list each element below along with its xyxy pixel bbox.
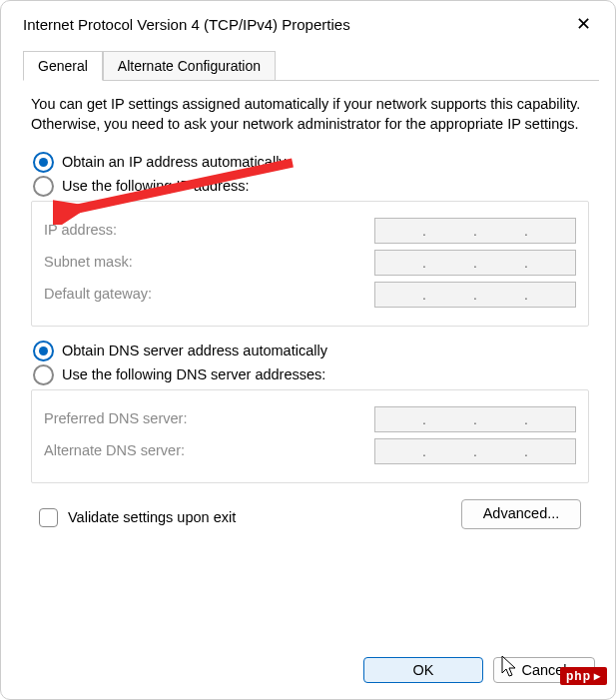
- default-gateway-label: Default gateway:: [44, 285, 374, 305]
- ip-address-label: IP address:: [44, 221, 374, 241]
- tab-alternate-configuration[interactable]: Alternate Configuration: [103, 51, 276, 80]
- subnet-mask-label: Subnet mask:: [44, 253, 374, 273]
- ip-fieldset: IP address: ... Subnet mask: ... Default…: [31, 201, 589, 327]
- validate-checkbox[interactable]: [39, 508, 58, 527]
- description-text: You can get IP settings assigned automat…: [31, 95, 589, 134]
- watermark-badge: php▸: [560, 667, 607, 685]
- alternate-dns-label: Alternate DNS server:: [44, 441, 374, 461]
- tab-strip: General Alternate Configuration: [23, 51, 599, 81]
- ip-address-input: ...: [374, 218, 576, 244]
- window-title: Internet Protocol Version 4 (TCP/IPv4) P…: [23, 16, 350, 33]
- radio-dns-manual[interactable]: [33, 364, 54, 385]
- alternate-dns-input: ...: [374, 438, 576, 464]
- tab-general[interactable]: General: [23, 51, 103, 81]
- default-gateway-input: ...: [374, 282, 576, 308]
- radio-ip-manual[interactable]: [33, 176, 54, 197]
- validate-label: Validate settings upon exit: [68, 508, 236, 528]
- preferred-dns-input: ...: [374, 406, 576, 432]
- radio-ip-auto-label: Obtain an IP address automatically: [62, 153, 287, 173]
- radio-dns-manual-label: Use the following DNS server addresses:: [62, 365, 325, 385]
- preferred-dns-label: Preferred DNS server:: [44, 409, 374, 429]
- radio-dns-auto[interactable]: [33, 341, 54, 361]
- advanced-button[interactable]: Advanced...: [461, 499, 581, 529]
- radio-ip-auto[interactable]: [33, 152, 54, 173]
- radio-dns-auto-label: Obtain DNS server address automatically: [62, 342, 327, 361]
- ok-button[interactable]: OK: [363, 657, 483, 683]
- cursor-icon: [501, 655, 519, 679]
- close-icon[interactable]: ✕: [566, 9, 601, 39]
- subnet-mask-input: ...: [374, 250, 576, 276]
- radio-ip-manual-label: Use the following IP address:: [62, 177, 250, 197]
- dns-fieldset: Preferred DNS server: ... Alternate DNS …: [31, 389, 589, 483]
